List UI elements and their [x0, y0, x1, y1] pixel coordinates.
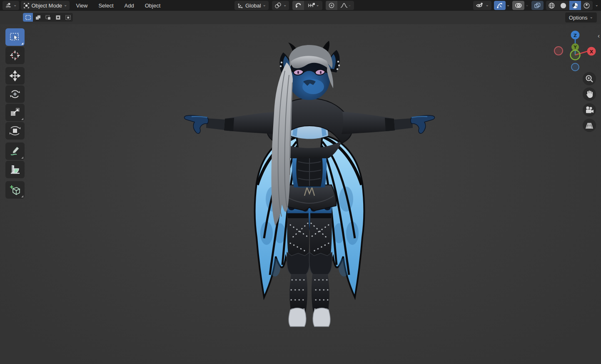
subtool-indicator [21, 118, 23, 120]
zoom-icon [585, 74, 594, 83]
gizmo-z-label: Z [574, 33, 577, 38]
select-box-icon [10, 32, 20, 42]
tool-cursor[interactable] [5, 47, 25, 64]
subtool-indicator [21, 157, 23, 159]
cursor-icon [10, 50, 20, 61]
navigation-gizmo[interactable]: Z Y X [554, 29, 597, 73]
tool-annotate[interactable] [5, 142, 25, 160]
scale-icon [10, 107, 20, 117]
measure-icon [10, 164, 20, 175]
shorts [282, 185, 336, 211]
add-cube-icon [9, 184, 21, 195]
leg-right [309, 202, 332, 327]
character-model[interactable] [185, 41, 435, 327]
rotate-icon [10, 89, 20, 100]
move-icon [10, 70, 20, 81]
tool-scale[interactable] [5, 104, 25, 121]
annotate-pen-icon [10, 146, 20, 157]
viewport[interactable]: Z Y X ‹ [0, 24, 601, 364]
gizmo-y-label: Y [573, 45, 577, 50]
gizmo-neg-z-axis[interactable] [571, 63, 579, 71]
transform-icon [9, 125, 21, 136]
tool-rotate[interactable] [5, 85, 25, 103]
subtool-indicator [21, 42, 23, 45]
arm-left [185, 112, 278, 134]
sidebar-toggle[interactable]: ‹ [597, 31, 601, 40]
tool-transform[interactable] [5, 122, 25, 140]
orthographic-grid-icon [584, 121, 594, 130]
camera-view-button[interactable] [583, 103, 596, 117]
camera-icon [584, 105, 594, 115]
toolbar [5, 28, 25, 199]
arm-right [342, 112, 435, 134]
hand-icon [585, 90, 594, 99]
zoom-button[interactable] [583, 72, 596, 85]
leg-left [287, 202, 310, 327]
tool-measure[interactable] [5, 161, 25, 178]
model-canvas [0, 0, 601, 364]
tool-add-cube[interactable] [5, 181, 25, 199]
tool-move[interactable] [5, 67, 25, 85]
pan-button[interactable] [583, 87, 596, 101]
subtool-indicator [21, 195, 23, 197]
gizmo-neg-x-axis[interactable] [554, 47, 563, 55]
tool-select-box[interactable] [5, 28, 25, 46]
projection-toggle-button[interactable] [583, 119, 596, 132]
gizmo-x-label: X [590, 49, 594, 55]
gizmo-neg-y-axis[interactable] [571, 50, 580, 60]
